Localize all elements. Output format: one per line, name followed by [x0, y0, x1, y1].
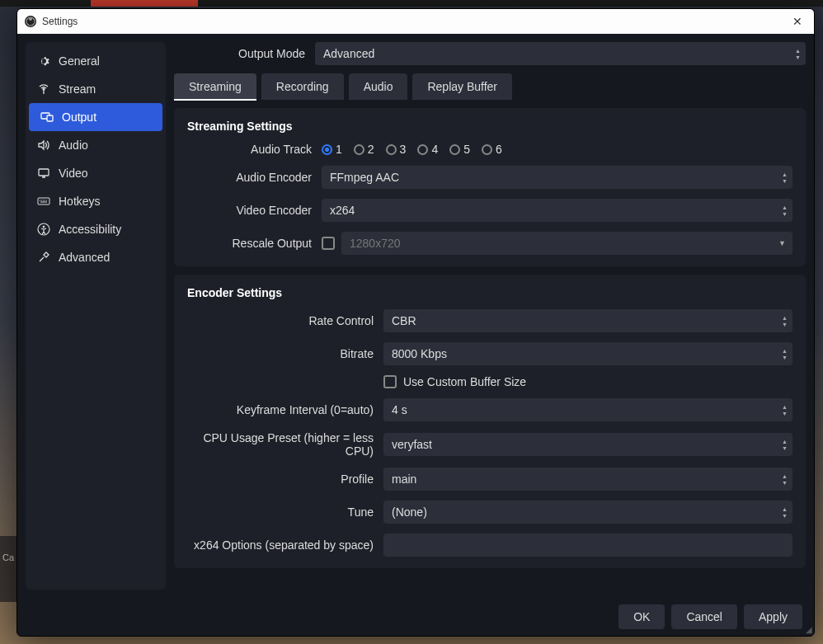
sidebar-item-hotkeys[interactable]: Hotkeys — [26, 187, 166, 215]
ok-button[interactable]: OK — [618, 604, 665, 629]
main-area: Output Mode Advanced ▲▼ Streaming Record… — [174, 42, 806, 590]
settings-window: Settings ✕ General Stream Output Audio — [16, 8, 815, 637]
sidebar-item-accessibility[interactable]: Accessibility — [26, 215, 166, 243]
window-title: Settings — [42, 16, 78, 27]
audio-track-radio-1[interactable]: 1 — [322, 143, 342, 156]
sidebar-item-label: Advanced — [59, 251, 110, 264]
speaker-icon — [37, 139, 50, 152]
tab-audio[interactable]: Audio — [349, 73, 408, 100]
monitor-icon — [37, 167, 50, 180]
tab-streaming[interactable]: Streaming — [174, 73, 256, 100]
svg-point-3 — [43, 88, 45, 90]
svg-point-9 — [43, 226, 45, 228]
bitrate-input[interactable]: 8000 Kbps▲▼ — [383, 342, 792, 365]
apply-button[interactable]: Apply — [744, 604, 802, 629]
spinner-icon: ▲▼ — [782, 204, 788, 217]
keyboard-icon — [37, 195, 50, 208]
chevron-down-icon: ▼ — [778, 239, 786, 247]
spinner-icon: ▲▼ — [782, 404, 788, 416]
video-encoder-row: Video Encoder x264▲▼ — [187, 199, 792, 222]
sidebar-item-label: General — [59, 54, 100, 68]
sidebar-item-label: Audio — [59, 139, 88, 152]
spinner-icon: ▲▼ — [782, 439, 788, 451]
audio-track-radio-4[interactable]: 4 — [417, 143, 438, 156]
audio-track-row: Audio Track 1 2 3 4 5 6 — [187, 143, 792, 156]
profile-label: Profile — [187, 472, 377, 486]
rescale-checkbox[interactable] — [322, 237, 335, 250]
audio-track-radio-3[interactable]: 3 — [386, 143, 407, 156]
encoder-heading: Encoder Settings — [187, 286, 792, 299]
spinner-icon: ▲▼ — [782, 172, 788, 184]
output-tabs: Streaming Recording Audio Replay Buffer — [174, 73, 806, 100]
titlebar: Settings ✕ — [17, 9, 814, 34]
sidebar-item-video[interactable]: Video — [26, 159, 166, 187]
video-encoder-select[interactable]: x264▲▼ — [322, 199, 792, 222]
x264-opts-input[interactable] — [383, 534, 792, 557]
footer: OK Cancel Apply ◢ — [17, 598, 814, 636]
cpu-preset-select[interactable]: veryfast▲▼ — [383, 433, 792, 456]
spinner-icon: ▲▼ — [782, 506, 788, 519]
svg-rect-6 — [39, 169, 49, 176]
svg-rect-5 — [47, 115, 53, 121]
svg-rect-7 — [38, 198, 49, 204]
output-icon — [40, 110, 54, 124]
sidebar-item-advanced[interactable]: Advanced — [26, 243, 166, 271]
rescale-select[interactable]: 1280x720▼ — [341, 232, 792, 255]
audio-encoder-select[interactable]: FFmpeg AAC▲▼ — [322, 166, 792, 189]
spinner-icon: ▲▼ — [782, 473, 788, 486]
sidebar-item-audio[interactable]: Audio — [26, 131, 166, 159]
sidebar-item-label: Hotkeys — [59, 195, 101, 208]
streaming-settings-panel: Streaming Settings Audio Track 1 2 3 4 5… — [174, 108, 806, 266]
tune-label: Tune — [187, 505, 377, 519]
spinner-icon: ▲▼ — [782, 348, 788, 360]
tools-icon — [37, 251, 50, 264]
audio-track-radio-6[interactable]: 6 — [482, 143, 502, 156]
resize-grip-icon[interactable]: ◢ — [806, 625, 812, 634]
custom-buffer-label: Use Custom Buffer Size — [403, 375, 526, 388]
cancel-button[interactable]: Cancel — [671, 604, 737, 629]
cpu-preset-label: CPU Usage Preset (higher = less CPU) — [187, 431, 377, 458]
output-mode-select[interactable]: Advanced ▲▼ — [315, 42, 806, 65]
sidebar-item-stream[interactable]: Stream — [26, 75, 166, 103]
x264-opts-label: x264 Options (separated by space) — [187, 538, 377, 552]
bitrate-label: Bitrate — [187, 347, 377, 360]
sidebar-item-label: Stream — [59, 82, 96, 96]
keyframe-label: Keyframe Interval (0=auto) — [187, 403, 377, 416]
streaming-heading: Streaming Settings — [187, 120, 792, 133]
rescale-row: Rescale Output 1280x720▼ — [187, 232, 792, 255]
accessibility-icon — [37, 223, 50, 236]
obs-icon — [24, 15, 37, 28]
audio-track-label: Audio Track — [187, 143, 315, 156]
sidebar-item-label: Accessibility — [59, 223, 121, 236]
tab-replay-buffer[interactable]: Replay Buffer — [412, 73, 512, 100]
rate-control-label: Rate Control — [187, 314, 377, 327]
close-icon[interactable]: ✕ — [788, 13, 807, 30]
antenna-icon — [37, 82, 50, 96]
audio-track-radio-2[interactable]: 2 — [354, 143, 374, 156]
rescale-label: Rescale Output — [187, 237, 315, 250]
rate-control-select[interactable]: CBR▲▼ — [383, 309, 792, 332]
spinner-icon: ▲▼ — [795, 48, 801, 60]
audio-encoder-label: Audio Encoder — [187, 171, 315, 184]
gear-icon — [37, 54, 50, 68]
audio-encoder-row: Audio Encoder FFmpeg AAC▲▼ — [187, 166, 792, 189]
sidebar-item-output[interactable]: Output — [29, 103, 162, 131]
audio-track-radio-5[interactable]: 5 — [449, 143, 470, 156]
sidebar: General Stream Output Audio Video Hotkey… — [26, 42, 166, 590]
svg-point-2 — [29, 17, 32, 21]
sidebar-item-general[interactable]: General — [26, 47, 166, 75]
keyframe-input[interactable]: 4 s▲▼ — [383, 398, 792, 421]
custom-buffer-checkbox[interactable] — [383, 375, 397, 388]
sidebar-item-label: Output — [62, 110, 96, 124]
output-mode-label: Output Mode — [174, 47, 308, 60]
output-mode-row: Output Mode Advanced ▲▼ — [174, 42, 806, 65]
tab-recording[interactable]: Recording — [261, 73, 344, 100]
encoder-settings-panel: Encoder Settings Rate Control CBR▲▼ Bitr… — [174, 275, 806, 568]
spinner-icon: ▲▼ — [782, 315, 788, 327]
tune-select[interactable]: (None)▲▼ — [383, 501, 792, 524]
sidebar-item-label: Video — [59, 167, 88, 180]
profile-select[interactable]: main▲▼ — [383, 468, 792, 491]
video-encoder-label: Video Encoder — [187, 204, 315, 217]
